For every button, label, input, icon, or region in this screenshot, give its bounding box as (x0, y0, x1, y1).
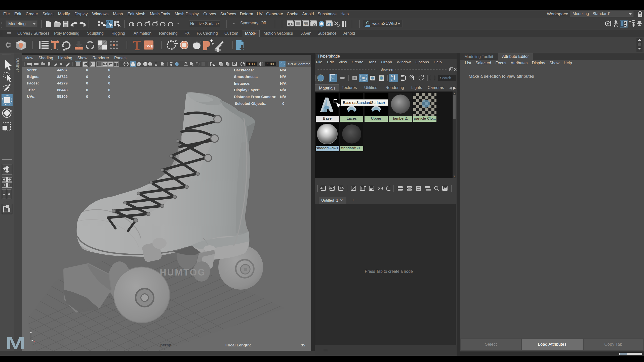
svg-text:IPR: IPR (304, 23, 308, 25)
svg-text:HUMTOG: HUMTOG (160, 267, 206, 278)
svg-text:Z: Z (391, 78, 392, 82)
svg-text:persp: persp (160, 343, 171, 347)
svg-text:svg: svg (145, 43, 154, 48)
svg-text:Focal Length:: Focal Length: (225, 343, 251, 347)
svg-text:1.00: 1.00 (267, 62, 274, 66)
svg-text:sRGB gamma (le: sRGB gamma (le (288, 62, 311, 66)
svg-text:35: 35 (301, 343, 305, 347)
svg-text:A: A (391, 74, 393, 78)
svg-text:Search...: Search... (440, 76, 454, 80)
svg-text:0.00: 0.00 (248, 62, 255, 66)
